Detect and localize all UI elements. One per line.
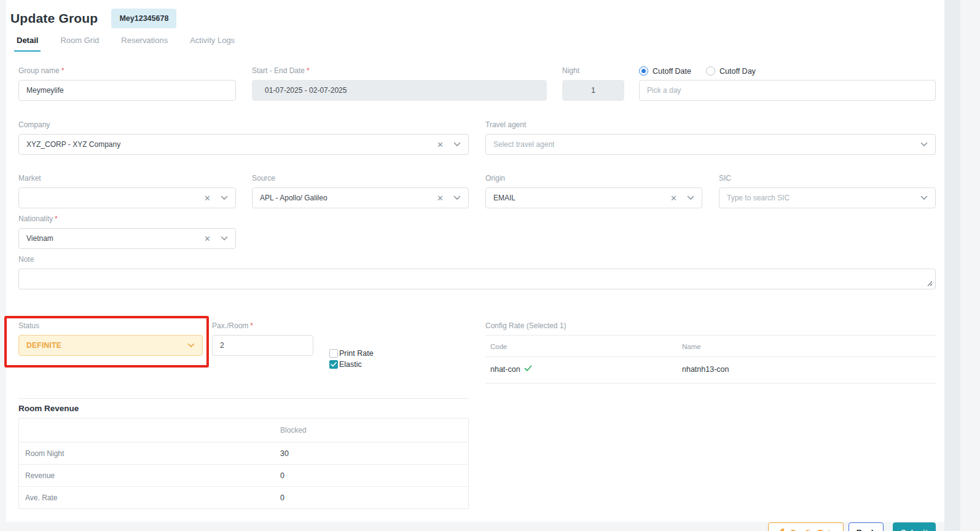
elastic-checkbox[interactable]: Elastic <box>329 359 374 370</box>
chevron-down-icon[interactable] <box>453 195 461 200</box>
chevron-down-icon[interactable] <box>687 195 694 200</box>
night-label: Night <box>562 66 624 76</box>
note-textarea[interactable] <box>18 269 936 289</box>
clear-icon[interactable]: ✕ <box>437 194 444 202</box>
table-row: Ave. Rate 0 <box>19 486 468 508</box>
room-revenue-title: Room Revenue <box>18 404 936 413</box>
row-value: 30 <box>280 449 289 458</box>
sic-select[interactable]: Type to search SIC <box>719 187 936 208</box>
pax-room-label: Pax./Room* <box>212 321 313 331</box>
tab-activity-logs[interactable]: Activity Logs <box>187 36 237 52</box>
chevron-down-icon[interactable] <box>221 195 228 200</box>
clear-icon[interactable]: ✕ <box>204 235 211 243</box>
table-row: Room Night 30 <box>19 442 468 464</box>
print-rate-checkbox[interactable]: Print Rate <box>329 348 374 359</box>
sic-placeholder: Type to search SIC <box>727 194 920 202</box>
tab-detail[interactable]: Detail <box>14 36 41 52</box>
required-asterisk: * <box>307 66 310 76</box>
company-select[interactable]: XYZ_CORP - XYZ Company ✕ <box>18 134 469 155</box>
clear-icon[interactable]: ✕ <box>670 194 677 202</box>
source-field: Source APL - Apollo/ Galileo ✕ <box>252 174 469 208</box>
cutoff-radio-group: Cutoff Date Cutoff Day <box>639 66 936 76</box>
cutoff-day-label: Cutoff Day <box>719 67 756 76</box>
nationality-field: Nationality* Vietnam ✕ <box>18 214 236 249</box>
chevron-down-icon[interactable] <box>187 343 195 348</box>
travel-agent-select[interactable]: Select travel agent <box>485 134 936 155</box>
sic-field: SIC Type to search SIC <box>719 174 936 208</box>
config-rate-title: Config Rate (Selected 1) <box>485 321 936 330</box>
pax-room-input[interactable] <box>212 335 313 356</box>
cutoff-day-radio[interactable]: Cutoff Day <box>706 66 756 76</box>
radio-selected-icon <box>639 66 648 76</box>
elastic-label: Elastic <box>339 360 362 369</box>
row-value: 0 <box>280 471 284 480</box>
origin-field: Origin EMAIL ✕ <box>485 174 702 208</box>
company-label: Company <box>18 120 469 130</box>
chevron-down-icon[interactable] <box>221 236 228 241</box>
source-value: APL - Apollo/ Galileo <box>260 194 437 202</box>
note-field: Note <box>18 255 936 292</box>
origin-label: Origin <box>485 174 702 183</box>
page-header: Update Group Mey12345678 <box>6 0 944 28</box>
origin-select[interactable]: EMAIL ✕ <box>485 187 702 208</box>
origin-value: EMAIL <box>493 194 670 202</box>
clear-icon[interactable]: ✕ <box>437 141 444 149</box>
print-rate-label: Print Rate <box>339 349 374 358</box>
cutoff-date-radio[interactable]: Cutoff Date <box>639 66 691 76</box>
config-rate-button[interactable]: Config Rate <box>768 522 844 531</box>
required-asterisk: * <box>55 214 58 224</box>
travel-agent-placeholder: Select travel agent <box>493 140 920 149</box>
room-revenue-header-row: Blocked <box>19 419 468 442</box>
nationality-value: Vietnam <box>26 234 204 243</box>
group-name-input[interactable] <box>18 80 236 101</box>
tab-reservations[interactable]: Reservations <box>119 36 170 52</box>
chevron-down-icon[interactable] <box>453 142 461 147</box>
travel-agent-field: Travel agent Select travel agent <box>485 120 936 155</box>
company-field: Company XYZ_CORP - XYZ Company ✕ <box>18 120 469 155</box>
status-field: Status DEFINITE <box>18 321 203 384</box>
divider <box>18 398 469 399</box>
config-rate-section: Config Rate (Selected 1) Code Name nhat-… <box>485 321 936 384</box>
tab-room-grid[interactable]: Room Grid <box>58 36 101 52</box>
chevron-down-icon[interactable] <box>920 195 928 200</box>
source-select[interactable]: APL - Apollo/ Galileo ✕ <box>252 187 469 208</box>
radio-unselected-icon <box>706 66 715 76</box>
chevron-down-icon[interactable] <box>920 142 928 147</box>
config-rate-row[interactable]: nhat-con nhatnh13-con <box>485 357 936 384</box>
clear-icon[interactable]: ✕ <box>204 194 211 202</box>
submit-button[interactable]: Submit <box>893 522 936 531</box>
date-range-field: Start - End Date* <box>252 66 547 101</box>
code-column-header: Code <box>485 343 682 350</box>
blocked-column-header: Blocked <box>280 426 307 435</box>
cutoff-day-picker-input[interactable] <box>639 80 936 101</box>
date-range-label: Start - End Date* <box>252 66 547 76</box>
row-label: Revenue <box>19 471 280 480</box>
rate-options-group: Print Rate Elastic <box>329 334 374 384</box>
rate-name: nhatnh13-con <box>682 365 729 374</box>
back-button[interactable]: Back <box>849 522 884 531</box>
detail-form: Group name* Start - End Date* Night <box>6 66 944 531</box>
scrollbar-gutter[interactable] <box>944 0 960 531</box>
checkbox-unchecked-icon <box>329 349 338 358</box>
required-asterisk: * <box>250 321 253 331</box>
status-label: Status <box>18 321 203 331</box>
cutoff-date-label: Cutoff Date <box>653 67 691 76</box>
pax-room-field: Pax./Room* <box>212 321 313 384</box>
status-pax-group: Status DEFINITE Pax./Room* <box>18 321 469 384</box>
group-code-badge: Mey12345678 <box>111 9 176 28</box>
rate-code: nhat-con <box>490 365 520 374</box>
config-rate-table-header: Code Name <box>485 336 936 356</box>
status-select[interactable]: DEFINITE <box>18 335 203 356</box>
tab-bar: Detail Room Grid Reservations Activity L… <box>6 36 944 52</box>
travel-agent-label: Travel agent <box>485 120 936 130</box>
market-select[interactable]: ✕ <box>18 187 236 208</box>
nationality-select[interactable]: Vietnam ✕ <box>18 228 236 249</box>
status-value: DEFINITE <box>26 341 187 350</box>
row-label: Ave. Rate <box>19 494 280 502</box>
date-range-input <box>252 80 547 101</box>
page-title: Update Group <box>10 11 98 26</box>
row-label: Room Night <box>19 449 280 458</box>
resize-handle-icon[interactable] <box>927 278 933 289</box>
note-label: Note <box>18 255 936 264</box>
market-field: Market ✕ <box>18 174 236 208</box>
